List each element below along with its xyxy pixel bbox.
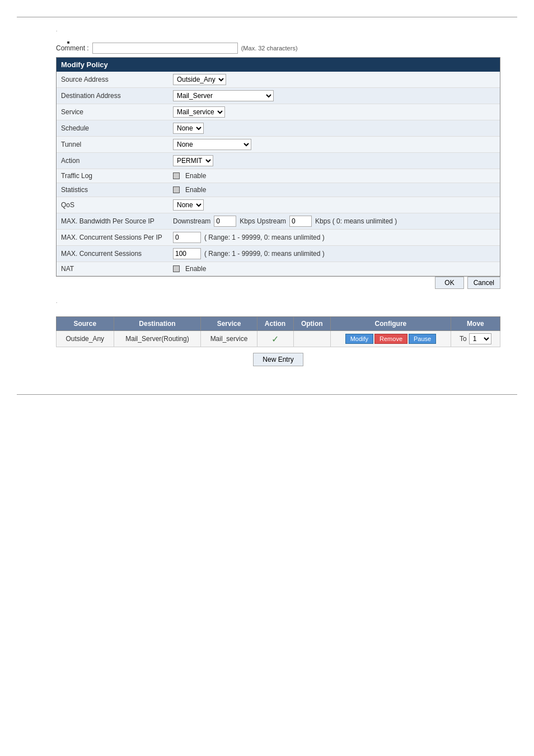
schedule-row: Schedule None <box>57 120 500 137</box>
row-source: Outside_Any <box>57 331 114 347</box>
traffic-log-enable: Enable <box>185 172 206 180</box>
schedule-select[interactable]: None <box>173 123 204 134</box>
bottom-divider <box>17 394 517 395</box>
col-service: Service <box>201 317 257 331</box>
policy-list-table: Source Destination Service Action Option… <box>56 316 500 347</box>
top-divider <box>17 17 517 17</box>
qos-label: QoS <box>57 197 168 213</box>
downstream-input[interactable] <box>214 216 236 227</box>
bullet-section: · <box>56 29 500 34</box>
traffic-log-checkbox[interactable] <box>173 172 180 179</box>
max-sessions-per-ip-row: MAX. Concurrent Sessions Per IP ( Range:… <box>57 230 500 246</box>
kbps-unlimited-label: Kbps ( 0: means unlimited ) <box>315 217 397 225</box>
qos-select[interactable]: None <box>173 199 204 211</box>
tunnel-select[interactable]: None <box>173 139 251 150</box>
content-area: · Comment : (Max. 32 characters) Modify … <box>0 23 534 372</box>
max-sessions-per-ip-label: MAX. Concurrent Sessions Per IP <box>57 230 168 245</box>
destination-address-value: Mail_Server <box>168 88 500 104</box>
col-option: Option <box>293 317 331 331</box>
move-to-label: To <box>460 335 467 343</box>
service-row: Service Mail_service <box>57 104 500 120</box>
service-label: Service <box>57 104 168 120</box>
destination-address-select[interactable]: Mail_Server <box>173 90 274 101</box>
comment-input[interactable] <box>92 43 238 54</box>
row-configure: Modify Remove Pause <box>331 331 451 347</box>
upstream-input[interactable] <box>289 216 312 227</box>
cancel-button[interactable]: Cancel <box>467 277 500 289</box>
comment-label: Comment : <box>56 44 89 52</box>
service-value: Mail_service <box>168 104 500 120</box>
move-select[interactable]: 1 <box>469 333 491 344</box>
row-service: Mail_service <box>201 331 257 347</box>
source-address-label: Source Address <box>57 72 168 87</box>
col-destination: Destination <box>114 317 201 331</box>
nat-enable: Enable <box>185 265 206 273</box>
tunnel-row: Tunnel None <box>57 137 500 153</box>
section2-dot: · <box>56 300 500 305</box>
pause-button[interactable]: Pause <box>409 334 436 344</box>
tunnel-value: None <box>168 137 500 152</box>
new-entry-button[interactable]: New Entry <box>253 353 303 366</box>
source-address-row: Source Address Outside_Any <box>57 72 500 88</box>
modify-policy-box: Modify Policy Source Address Outside_Any… <box>56 57 500 277</box>
max-sessions-label: MAX. Concurrent Sessions <box>57 246 168 262</box>
page-wrapper: · Comment : (Max. 32 characters) Modify … <box>0 0 534 756</box>
sessions-input[interactable] <box>173 248 201 259</box>
action-label: Action <box>57 153 168 169</box>
ok-cancel-row: OK Cancel <box>56 277 500 289</box>
nat-checkbox[interactable] <box>173 265 180 272</box>
row-destination: Mail_Server(Routing) <box>114 331 201 347</box>
max-bandwidth-label: MAX. Bandwidth Per Source IP <box>57 213 168 229</box>
modify-button[interactable]: Modify <box>345 334 373 344</box>
max-sessions-per-ip-value: ( Range: 1 - 99999, 0: means unlimited ) <box>168 230 500 245</box>
row-move: To 1 <box>451 331 500 347</box>
nat-row: NAT Enable <box>57 262 500 276</box>
statistics-value: Enable <box>168 183 500 197</box>
remove-button[interactable]: Remove <box>374 334 407 344</box>
action-select[interactable]: PERMIT <box>173 155 213 166</box>
statistics-label: Statistics <box>57 183 168 197</box>
configure-cell: Modify Remove Pause <box>335 334 446 344</box>
qos-row: QoS None <box>57 197 500 213</box>
source-address-select[interactable]: Outside_Any <box>173 74 226 85</box>
move-cell: To 1 <box>456 333 495 344</box>
new-entry-wrapper: New Entry <box>56 353 500 366</box>
qos-value: None <box>168 197 500 213</box>
schedule-label: Schedule <box>57 120 168 136</box>
policy-table-wrapper: Source Destination Service Action Option… <box>56 316 500 366</box>
service-select[interactable]: Mail_service <box>173 106 225 118</box>
statistics-enable: Enable <box>185 186 206 194</box>
sessions-per-ip-hint: ( Range: 1 - 99999, 0: means unlimited ) <box>204 234 325 241</box>
comment-row: Comment : (Max. 32 characters) <box>56 43 500 54</box>
nat-value: Enable <box>168 262 500 276</box>
max-bandwidth-row: MAX. Bandwidth Per Source IP Downstream … <box>57 213 500 230</box>
col-move: Move <box>451 317 500 331</box>
table-row: Outside_Any Mail_Server(Routing) Mail_se… <box>57 331 500 347</box>
tunnel-label: Tunnel <box>57 137 168 152</box>
sessions-hint: ( Range: 1 - 99999, 0: means unlimited ) <box>204 250 325 258</box>
max-bandwidth-value: Downstream Kbps Upstream Kbps ( 0: means… <box>168 213 500 229</box>
bandwidth-row: Downstream Kbps Upstream Kbps ( 0: means… <box>173 216 397 227</box>
comment-hint: (Max. 32 characters) <box>241 45 298 52</box>
sessions-per-ip-input[interactable] <box>173 232 201 243</box>
action-row: Action PERMIT <box>57 153 500 169</box>
max-sessions-row: MAX. Concurrent Sessions ( Range: 1 - 99… <box>57 246 500 262</box>
action-value: PERMIT <box>168 153 500 169</box>
statistics-checkbox[interactable] <box>173 186 180 193</box>
source-address-value: Outside_Any <box>168 72 500 87</box>
col-source: Source <box>57 317 114 331</box>
traffic-log-row: Traffic Log Enable <box>57 169 500 183</box>
ok-button[interactable]: OK <box>435 277 463 289</box>
col-action: Action <box>257 317 293 331</box>
traffic-log-label: Traffic Log <box>57 169 168 183</box>
row-action: ✓ <box>257 331 293 347</box>
kbps-upstream-label: Kbps Upstream <box>240 217 286 225</box>
destination-address-label: Destination Address <box>57 88 168 104</box>
col-configure: Configure <box>331 317 451 331</box>
downstream-label: Downstream <box>173 217 210 225</box>
modify-policy-header: Modify Policy <box>57 58 500 72</box>
destination-address-row: Destination Address Mail_Server <box>57 88 500 104</box>
statistics-row: Statistics Enable <box>57 183 500 197</box>
action-checkmark: ✓ <box>271 334 279 344</box>
row-option <box>293 331 331 347</box>
